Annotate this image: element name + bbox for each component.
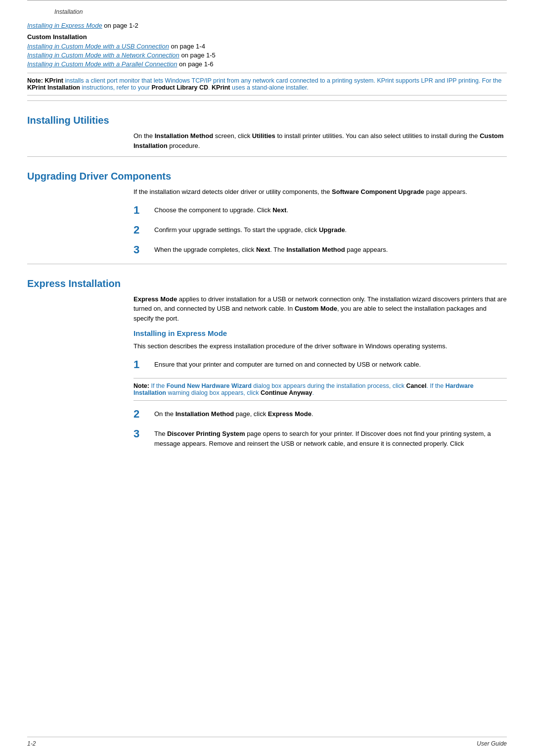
- express-step-1-text: Ensure that your printer and computer ar…: [154, 358, 421, 370]
- express-step-1: 1 Ensure that your printer and computer …: [134, 358, 507, 371]
- express-installation-paragraph1: Express Mode applies to driver installat…: [134, 294, 507, 324]
- express-installation-content: Express Mode applies to driver installat…: [134, 294, 507, 351]
- installing-utilities-title: Installing Utilities: [27, 106, 507, 131]
- divider-2: [27, 156, 507, 157]
- page: Installation Installing in Express Mode …: [0, 0, 534, 756]
- installing-express-mode-subtitle: Installing in Express Mode: [134, 329, 507, 337]
- installing-utilities-paragraph: On the Installation Method screen, click…: [134, 131, 507, 150]
- note-kprint-bold1: KPrint: [44, 77, 63, 84]
- note-hw-text3: . If the: [427, 382, 445, 389]
- custom-network-link[interactable]: Installing in Custom Mode with a Network…: [27, 51, 179, 59]
- custom-network-suffix: on page 1-5: [179, 51, 216, 59]
- footer-page-number: 1-2: [27, 740, 36, 747]
- custom-parallel-link[interactable]: Installing in Custom Mode with a Paralle…: [27, 60, 178, 68]
- note-kprint-bold3: Product Library CD: [151, 84, 208, 91]
- express-mode-link-line: Installing in Express Mode on page 1-2: [27, 22, 507, 29]
- utilities-bold: Utilities: [252, 132, 275, 140]
- note-hw-text2: dialog box appears during the installati…: [252, 382, 406, 389]
- express-mode-bold-2: Express Mode: [268, 410, 312, 418]
- top-rule-area: Installation: [27, 0, 507, 15]
- continue-anyway-bold: Continue Anyway: [261, 389, 312, 396]
- installation-method-bold: Installation Method: [155, 132, 213, 140]
- upgrade-bold: Upgrade: [319, 226, 345, 234]
- note-kprint-box: Note: KPrint installs a client port moni…: [27, 73, 507, 95]
- express-installation-title: Express Installation: [27, 269, 507, 294]
- upgrade-step-1-text: Choose the component to upgrade. Click N…: [154, 204, 288, 215]
- note-hardware-label: Note:: [134, 382, 149, 389]
- express-step-2-text: On the Installation Method page, click E…: [154, 408, 313, 419]
- custom-usb-suffix: on page 1-4: [169, 43, 205, 50]
- upgrade-step-3-num: 3: [134, 243, 154, 256]
- custom-mode-bold: Custom Mode: [295, 305, 337, 312]
- footer-guide-label: User Guide: [477, 740, 507, 747]
- custom-usb-line: Installing in Custom Mode with a USB Con…: [27, 43, 507, 50]
- note-kprint-text4: .: [208, 84, 212, 91]
- note-hardware-box: Note: If the Found New Hardware Wizard d…: [134, 378, 507, 401]
- express-mode-subsection-paragraph: This section describes the express insta…: [134, 341, 507, 351]
- note-kprint-text5: uses a stand-alone installer.: [230, 84, 309, 91]
- custom-network-line: Installing in Custom Mode with a Network…: [27, 51, 507, 59]
- installation-method-bold-2: Installation Method: [286, 246, 345, 253]
- express-step-2: 2 On the Installation Method page, click…: [134, 408, 507, 421]
- found-new-hardware-bold: Found New Hardware Wizard: [167, 382, 252, 389]
- software-component-upgrade-bold: Software Component Upgrade: [332, 188, 424, 195]
- express-mode-bold: Express Mode: [134, 295, 177, 303]
- upgrading-driver-content: If the installation wizard detects older…: [134, 187, 507, 197]
- express-step-3: 3 The Discover Printing System page open…: [134, 427, 507, 448]
- custom-install-heading: Custom Installation: [27, 33, 507, 41]
- note-hw-text4: warning dialog box appears, click: [166, 389, 261, 396]
- divider-3: [27, 264, 507, 264]
- note-kprint-bold2: KPrint Installation: [27, 84, 80, 91]
- upgrade-step-2: 2 Confirm your upgrade settings. To star…: [134, 224, 507, 236]
- installing-utilities-content: On the Installation Method screen, click…: [134, 131, 507, 150]
- custom-parallel-line: Installing in Custom Mode with a Paralle…: [27, 60, 507, 68]
- custom-parallel-suffix: on page 1-6: [178, 60, 214, 68]
- top-links-section: Installing in Express Mode on page 1-2 C…: [27, 15, 507, 95]
- upgrade-step-3: 3 When the upgrade completes, click Next…: [134, 243, 507, 256]
- note-hw-text1: If the: [149, 382, 167, 389]
- note-hardware-wrapper: Note: If the Found New Hardware Wizard d…: [134, 378, 507, 401]
- note-hw-suffix: .: [312, 389, 313, 396]
- note-kprint-label: Note:: [27, 77, 43, 84]
- express-step-3-text: The Discover Printing System page opens …: [154, 427, 507, 448]
- upgrade-step-2-num: 2: [134, 224, 154, 236]
- header-label: Installation: [54, 8, 480, 15]
- upgrading-driver-paragraph: If the installation wizard detects older…: [134, 187, 507, 197]
- upgrade-step-3-text: When the upgrade completes, click Next. …: [154, 243, 388, 255]
- discover-printing-bold: Discover Printing System: [167, 430, 245, 437]
- express-mode-link[interactable]: Installing in Express Mode: [27, 22, 102, 29]
- express-step-1-num: 1: [134, 358, 154, 371]
- next-bold-2: Next: [256, 246, 270, 253]
- divider-1: [27, 100, 507, 101]
- next-bold-1: Next: [272, 206, 286, 214]
- express-mode-suffix: on page 1-2: [102, 22, 138, 29]
- upgrade-step-1: 1 Choose the component to upgrade. Click…: [134, 204, 507, 217]
- custom-usb-link[interactable]: Installing in Custom Mode with a USB Con…: [27, 43, 169, 50]
- upgrade-step-2-text: Confirm your upgrade settings. To start …: [154, 224, 347, 235]
- upgrade-step-1-num: 1: [134, 204, 154, 217]
- note-kprint-text3: instructions, refer to your: [80, 84, 152, 91]
- note-kprint-bold4: KPrint: [212, 84, 230, 91]
- footer: 1-2 User Guide: [27, 737, 507, 747]
- cancel-bold: Cancel: [406, 382, 427, 389]
- note-kprint-text2: installs a client port monitor that lets…: [63, 77, 502, 84]
- installation-method-bold-3: Installation Method: [176, 410, 234, 418]
- express-step-2-num: 2: [134, 408, 154, 421]
- express-step-3-num: 3: [134, 427, 154, 440]
- upgrading-driver-title: Upgrading Driver Components: [27, 162, 507, 187]
